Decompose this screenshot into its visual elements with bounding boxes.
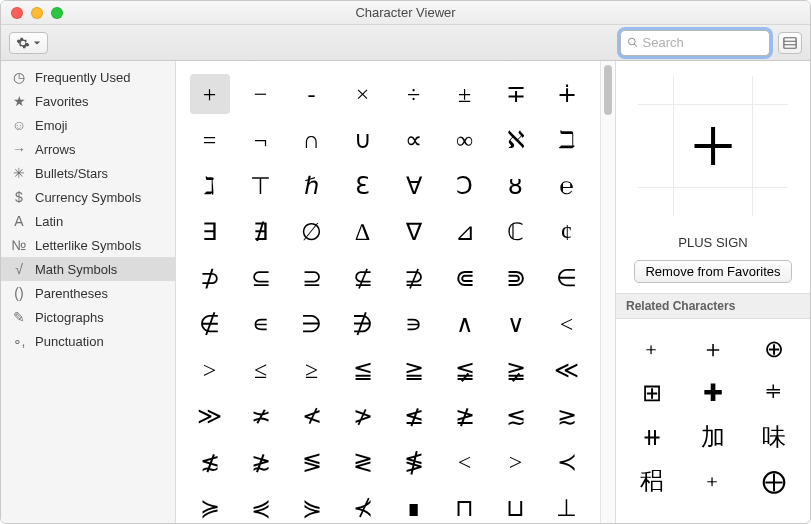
character-grid[interactable]: +−-×÷±∓∔=¬∩∪∝∞ℵℶℷ⊤ℏƐ∀Ɔȣ℮∃∄∅∆∇⊿ℂ¢⊅⊆⊇⊈⊉⋐⋑∈… <box>176 61 600 523</box>
character-cell[interactable]: ∔ <box>547 74 587 114</box>
character-cell[interactable]: ∀ <box>394 166 434 206</box>
related-character[interactable]: 味 <box>762 421 786 453</box>
related-character[interactable]: ⊕ <box>764 335 784 363</box>
character-cell[interactable]: × <box>343 74 383 114</box>
character-cell[interactable]: ⊅ <box>190 258 230 298</box>
character-cell[interactable]: ≶ <box>292 442 332 482</box>
character-cell[interactable]: > <box>496 442 536 482</box>
character-cell[interactable]: ∌ <box>343 304 383 344</box>
character-cell[interactable]: ∈ <box>547 258 587 298</box>
character-cell[interactable]: ≰ <box>394 396 434 436</box>
related-character[interactable]: ✚ <box>703 379 723 407</box>
sidebar-item-favorites[interactable]: ★Favorites <box>1 89 175 113</box>
character-cell[interactable]: ≫ <box>190 396 230 436</box>
character-cell[interactable]: ⊈ <box>343 258 383 298</box>
character-cell[interactable]: ≨ <box>445 350 485 390</box>
sidebar-item-letterlike-symbols[interactable]: №Letterlike Symbols <box>1 233 175 257</box>
grid-scrollbar[interactable] <box>600 61 615 523</box>
character-cell[interactable]: ⊇ <box>292 258 332 298</box>
character-cell[interactable]: ⊥ <box>547 488 587 523</box>
character-cell[interactable]: ⊿ <box>445 212 485 252</box>
character-cell[interactable]: ℂ <box>496 212 536 252</box>
character-cell[interactable]: ⊓ <box>445 488 485 523</box>
related-character[interactable]: ⊞ <box>642 379 662 407</box>
character-cell[interactable]: ȣ <box>496 166 536 206</box>
character-cell[interactable]: ∄ <box>241 212 281 252</box>
character-cell[interactable]: ∅ <box>292 212 332 252</box>
scrollbar-thumb[interactable] <box>604 65 612 115</box>
character-cell[interactable]: ∝ <box>394 120 434 160</box>
action-menu-button[interactable] <box>9 32 48 54</box>
related-character[interactable]: ﹢ <box>640 333 664 365</box>
character-cell[interactable]: ≷ <box>343 442 383 482</box>
character-cell[interactable]: ∍ <box>394 304 434 344</box>
character-cell[interactable]: ℮ <box>547 166 587 206</box>
sidebar-item-parentheses[interactable]: ()Parentheses <box>1 281 175 305</box>
character-cell[interactable]: ℵ <box>496 120 536 160</box>
character-cell[interactable]: < <box>547 304 587 344</box>
character-cell[interactable]: ≱ <box>445 396 485 436</box>
character-cell[interactable]: ⊀ <box>343 488 383 523</box>
sidebar-item-arrows[interactable]: →Arrows <box>1 137 175 161</box>
character-cell[interactable]: ⋞ <box>241 488 281 523</box>
search-input[interactable] <box>643 35 763 50</box>
character-cell[interactable]: ≤ <box>241 350 281 390</box>
character-cell[interactable]: ≽ <box>190 488 230 523</box>
character-cell[interactable]: ∨ <box>496 304 536 344</box>
sidebar-item-punctuation[interactable]: ∘,Punctuation <box>1 329 175 353</box>
character-cell[interactable]: ≯ <box>343 396 383 436</box>
character-cell[interactable]: ≵ <box>241 442 281 482</box>
character-cell[interactable]: ℏ <box>292 166 332 206</box>
character-cell[interactable]: − <box>241 74 281 114</box>
character-cell[interactable]: ≥ <box>292 350 332 390</box>
character-cell[interactable]: ℶ <box>547 120 587 160</box>
related-character[interactable]: ⨁ <box>762 467 786 495</box>
character-cell[interactable]: ≧ <box>394 350 434 390</box>
character-cell[interactable]: ⊤ <box>241 166 281 206</box>
character-cell[interactable]: ≩ <box>496 350 536 390</box>
character-cell[interactable]: ≭ <box>241 396 281 436</box>
character-cell[interactable]: Ɔ <box>445 166 485 206</box>
character-cell[interactable]: ⋟ <box>292 488 332 523</box>
character-cell[interactable]: ≪ <box>547 350 587 390</box>
collapse-panel-button[interactable] <box>778 32 802 54</box>
character-cell[interactable]: ∞ <box>445 120 485 160</box>
search-field[interactable] <box>620 30 770 56</box>
character-cell[interactable]: ∧ <box>445 304 485 344</box>
related-character[interactable]: ﹢ <box>701 465 725 497</box>
character-cell[interactable]: Ɛ <box>343 166 383 206</box>
character-cell[interactable]: ∎ <box>394 488 434 523</box>
character-cell[interactable]: ± <box>445 74 485 114</box>
sidebar-item-emoji[interactable]: ☺Emoji <box>1 113 175 137</box>
related-character[interactable]: ⧺ <box>642 423 662 451</box>
character-cell[interactable]: ≸ <box>394 442 434 482</box>
character-cell[interactable]: ≲ <box>496 396 536 436</box>
character-cell[interactable]: ⋑ <box>496 258 536 298</box>
character-cell[interactable]: ℷ <box>190 166 230 206</box>
sidebar-item-math-symbols[interactable]: √Math Symbols <box>1 257 175 281</box>
character-cell[interactable]: ÷ <box>394 74 434 114</box>
sidebar-item-frequently-used[interactable]: ◷Frequently Used <box>1 65 175 89</box>
sidebar-item-latin[interactable]: ALatin <box>1 209 175 233</box>
character-cell[interactable]: ⊔ <box>496 488 536 523</box>
related-character[interactable]: ＋ <box>701 333 725 365</box>
character-cell[interactable]: ⊉ <box>394 258 434 298</box>
character-cell[interactable]: ⋐ <box>445 258 485 298</box>
remove-from-favorites-button[interactable]: Remove from Favorites <box>634 260 791 283</box>
character-cell[interactable]: - <box>292 74 332 114</box>
character-cell[interactable]: ≮ <box>292 396 332 436</box>
character-cell[interactable]: ≳ <box>547 396 587 436</box>
character-cell[interactable]: > <box>190 350 230 390</box>
related-character[interactable]: 稆 <box>640 465 664 497</box>
character-cell[interactable]: ∆ <box>343 212 383 252</box>
character-cell[interactable]: ≦ <box>343 350 383 390</box>
character-cell[interactable]: ∓ <box>496 74 536 114</box>
sidebar-item-bullets-stars[interactable]: ✳Bullets/Stars <box>1 161 175 185</box>
related-character[interactable]: 加 <box>701 421 725 453</box>
character-cell[interactable]: < <box>445 442 485 482</box>
sidebar-item-pictographs[interactable]: ✎Pictographs <box>1 305 175 329</box>
character-cell[interactable]: ∪ <box>343 120 383 160</box>
character-cell[interactable]: ∋ <box>292 304 332 344</box>
character-cell[interactable]: ¢ <box>547 212 587 252</box>
character-cell[interactable]: + <box>190 74 230 114</box>
